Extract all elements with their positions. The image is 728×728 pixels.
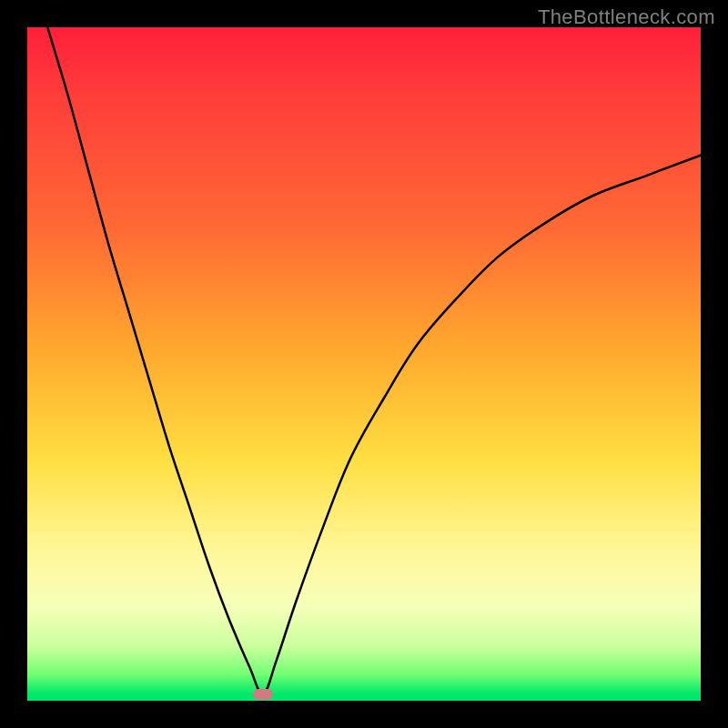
plot-area [27,27,701,701]
chart-frame: TheBottleneck.com [0,0,728,728]
watermark-text: TheBottleneck.com [538,5,715,29]
optimal-point-marker [253,689,273,700]
bottleneck-curve [27,27,701,701]
